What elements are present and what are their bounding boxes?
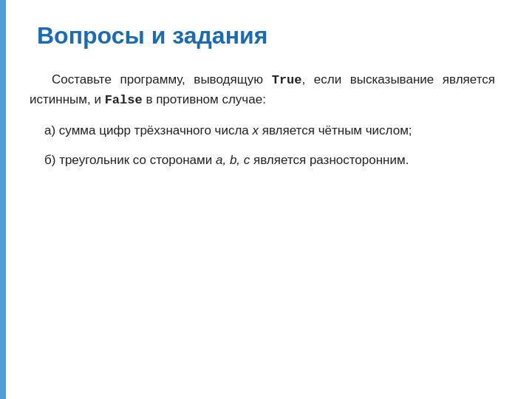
item-b-text-after: является разносторонним. (250, 153, 409, 167)
true-keyword: True (272, 73, 302, 87)
item-b-label: б) (44, 153, 55, 167)
page: Вопросы и задания Составьте программу, в… (0, 0, 532, 399)
paragraph-item-b: б) треугольник со сторонами a, b, c явля… (30, 151, 495, 170)
paragraph-intro: Составьте программу, выводящую True, есл… (30, 70, 495, 111)
item-a-variable: x (253, 123, 259, 137)
text-after-false: в противном случае: (143, 92, 266, 106)
item-b-var-b: b, (230, 153, 240, 167)
content-area: Составьте программу, выводящую True, есл… (30, 70, 495, 170)
page-title: Вопросы и задания (30, 22, 495, 50)
item-a-text-before: сумма цифр трёхзначного числа (55, 123, 252, 137)
left-accent-bar (0, 0, 6, 399)
item-a-text-after: является чётным числом; (259, 123, 412, 137)
item-a-label: а) (44, 123, 55, 137)
false-keyword: False (105, 93, 143, 107)
item-b-var-a: a, (216, 153, 226, 167)
paragraph-item-a: а) сумма цифр трёхзначного числа x являе… (30, 121, 495, 140)
text-before-true: Составьте программу, выводящую (52, 72, 272, 86)
item-b-text-before: треугольник со сторонами (55, 153, 216, 167)
